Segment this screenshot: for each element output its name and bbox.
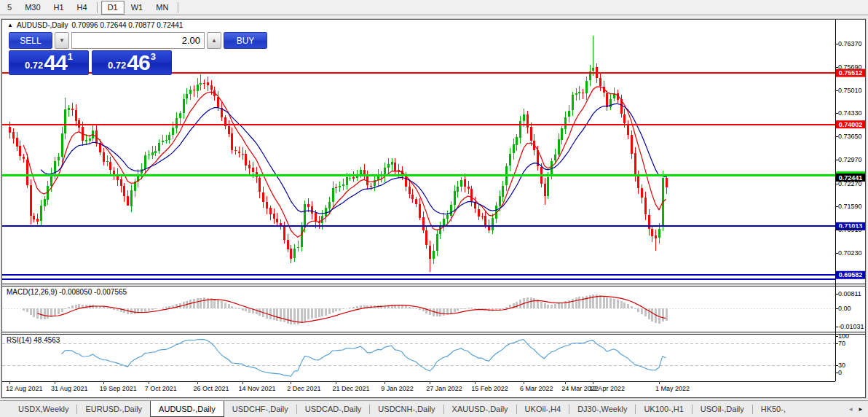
date-tick-label: 15 Feb 2022 [471, 385, 508, 392]
date-tick-label: 1 May 2022 [655, 385, 690, 392]
toolbar-separator [178, 2, 179, 13]
rsi-scale-label: 70 [838, 340, 845, 347]
tab-scroll-left-icon[interactable]: ◄ [848, 406, 853, 413]
timeframe-button-h1[interactable]: H1 [47, 1, 71, 15]
chart-ohlc-values: 0.70996 0.72644 0.70877 0.72441 [71, 21, 183, 29]
date-tick-label: 21 Dec 2021 [332, 385, 369, 392]
macd-scale-label: 0.00 [838, 305, 851, 312]
price-tick-label: 0.73650 [838, 133, 862, 140]
rsi-scale-label: 30 [838, 362, 845, 369]
tab-scroll-right-icon[interactable]: ► [858, 406, 864, 413]
sell-price-big: 44 [44, 52, 66, 74]
rsi-scale-label: 100 [838, 332, 849, 340]
volume-input[interactable] [71, 32, 205, 49]
volume-increase-button[interactable]: ▲ [207, 32, 221, 49]
macd-indicator-label: MACD(12,26,9) -0.008050 -0.007565 [7, 288, 127, 296]
date-tick-label: 31 Aug 2021 [51, 385, 88, 392]
sell-price-pip: 1 [68, 51, 73, 62]
macd-scale-label: 0.00811 [838, 290, 861, 297]
chart-tab-eurusd-daily[interactable]: EURUSD-,Daily [77, 401, 150, 417]
volume-decrease-button[interactable]: ▼ [55, 32, 69, 49]
timeframe-button-d1[interactable]: D1 [101, 1, 125, 15]
level-badge: 0.69582 [836, 271, 865, 279]
timeframe-button-5[interactable]: 5 [1, 1, 18, 15]
chevron-down-icon: ▼ [59, 37, 65, 44]
chart-tab-usdcad-daily[interactable]: USDCAD-,Daily [297, 401, 370, 417]
timeframe-button-m30[interactable]: M30 [18, 1, 47, 15]
price-tick-label: 0.74330 [838, 109, 862, 117]
chart-tab-usoil-daily[interactable]: USOil-,Daily [693, 401, 752, 417]
svg-text:0.74002: 0.74002 [839, 121, 863, 128]
price-tick-label: 0.70910 [838, 226, 862, 233]
svg-text:0.69582: 0.69582 [839, 271, 863, 278]
triangle-up-icon: ▲ [7, 22, 13, 29]
one-click-trade-panel: SELL ▼ ▲ BUY 0.72 44 1 0.72 46 [9, 32, 172, 75]
chart-tab-hk50[interactable]: HK50-, [753, 401, 794, 417]
macd-scale-label: -0.01031 [838, 323, 864, 330]
price-tick-label: 0.71590 [838, 203, 862, 210]
date-tick-label: 27 Jan 2022 [426, 385, 462, 392]
rsi-indicator-label: RSI(14) 48.4563 [7, 336, 60, 344]
date-axis[interactable]: 12 Aug 202131 Aug 202119 Sep 20217 Oct 2… [6, 381, 690, 392]
sell-price-box[interactable]: 0.72 44 1 [9, 50, 89, 75]
chart-tab-usdchf-daily[interactable]: USDCHF-,Daily [224, 401, 296, 417]
chart-tab-uk100-h1[interactable]: UK100-,H1 [636, 401, 691, 417]
price-tick-label: 0.70230 [838, 249, 862, 257]
price-tick-label: 0.75010 [838, 87, 862, 94]
date-tick-label: 14 Nov 2021 [239, 385, 276, 392]
chart-tab-usdx-weekly[interactable]: USDX,Weekly [10, 401, 76, 417]
date-tick-label: 26 Oct 2021 [194, 385, 229, 392]
date-tick-label: 6 Mar 2022 [520, 385, 553, 392]
tab-scroll-arrows: ◄ ► [843, 401, 868, 417]
rsi-panel: RSI(14) 48.456310070300 [7, 332, 849, 376]
date-tick-label: 9 Jan 2022 [381, 385, 414, 392]
chart-tab-ukoil-h4[interactable]: UKOil-,H4 [517, 401, 569, 417]
price-tick-label: 0.76370 [838, 40, 862, 47]
buy-price-box[interactable]: 0.72 46 3 [92, 50, 172, 75]
date-tick-label: 12 Apr 2022 [589, 385, 625, 392]
chart-symbol-label: AUDUSD-,Daily [17, 21, 68, 29]
price-tick-label: 0.72270 [838, 180, 862, 187]
chart-title: ▲ AUDUSD-,Daily 0.70996 0.72644 0.70877 … [7, 21, 183, 29]
date-tick-label: 2 Dec 2021 [287, 385, 320, 392]
price-tick-label: 0.75690 [838, 63, 862, 71]
price-chart-canvas[interactable]: 0.755120.740020.725040.710130.695820.724… [2, 20, 865, 397]
timeframe-button-h4[interactable]: H4 [71, 1, 94, 15]
level-badge: 0.74002 [836, 120, 865, 128]
chevron-up-icon: ▲ [211, 37, 217, 44]
chart-tab-audusd-daily[interactable]: AUDUSD-,Daily [150, 401, 224, 417]
macd-rsi-divider[interactable] [2, 332, 865, 335]
timeframe-button-mn[interactable]: MN [149, 1, 175, 15]
sell-price-prefix: 0.72 [25, 60, 43, 71]
sell-button[interactable]: SELL [9, 32, 52, 49]
price-macd-divider[interactable] [2, 284, 865, 287]
buy-button[interactable]: BUY [224, 32, 267, 49]
chart-tab-xauusd-daily[interactable]: XAUUSD-,Daily [444, 401, 516, 417]
macd-panel: MACD(12,26,9) -0.008050 -0.0075650.00811… [7, 288, 864, 330]
chart-tab-dj30-weekly[interactable]: DJ30-,Weekly [569, 401, 635, 417]
timeframe-button-w1[interactable]: W1 [125, 1, 150, 15]
rsi-scale-label: 0 [838, 369, 842, 376]
buy-price-pip: 3 [151, 51, 156, 62]
date-tick-label: 7 Oct 2021 [145, 385, 177, 392]
buy-price-prefix: 0.72 [108, 60, 126, 71]
date-tick-label: 12 Aug 2021 [6, 385, 43, 392]
toolbar-separator [97, 2, 98, 13]
buy-price-big: 46 [127, 52, 149, 74]
moving-averages [23, 87, 666, 237]
chart-window: ▲ AUDUSD-,Daily 0.70996 0.72644 0.70877 … [1, 19, 866, 398]
date-tick-label: 19 Sep 2021 [100, 385, 137, 392]
timeframe-toolbar: 5M30H1H4D1W1MN [0, 0, 868, 15]
rsi-line [62, 340, 666, 377]
chart-tab-bar: USDX,WeeklyEURUSD-,DailyAUDUSD-,DailyUSD… [0, 400, 868, 417]
chart-tab-usdcnh-daily[interactable]: USDCNH-,Daily [370, 401, 443, 417]
trading-terminal: 5M30H1H4D1W1MN ▲ AUDUSD-,Daily 0.70996 0… [0, 0, 868, 417]
price-tick-label: 0.72970 [838, 156, 862, 163]
